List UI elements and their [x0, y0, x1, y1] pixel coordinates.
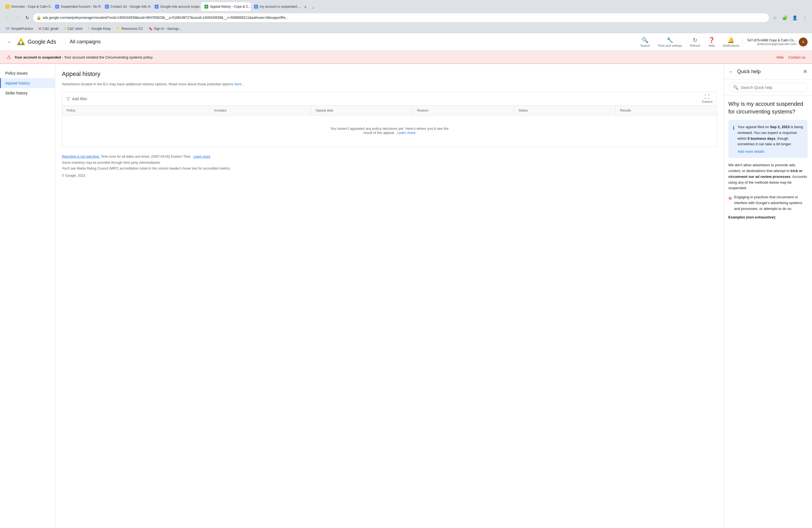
- page-title: All campaigns: [70, 39, 101, 45]
- tab-suspended[interactable]: G Suspended Account - No R... ✕: [52, 2, 102, 11]
- content-area: Appeal history Advertisers located in th…: [55, 64, 724, 528]
- tab-overflow-button[interactable]: ⌄: [309, 3, 317, 11]
- qh-header: ← Quick help ✕: [724, 64, 812, 79]
- tab-my-account[interactable]: G my account is suspended ... ✕: [251, 2, 301, 11]
- header-back-button[interactable]: ←: [4, 37, 14, 47]
- qh-search: 🔍: [724, 79, 812, 96]
- more-button[interactable]: ⋮: [801, 14, 809, 21]
- search-label: Search: [640, 44, 650, 47]
- account-phone: 547-870-0488 Cope & Calm Co...: [748, 39, 797, 42]
- account-info: 547-870-0488 Cope & Calm Co... amberyoun…: [748, 39, 797, 46]
- notifications-action[interactable]: 🔔 Notifications: [720, 35, 743, 48]
- bookmark-button[interactable]: ☆: [771, 14, 779, 21]
- suspension-message: Your account is suspended - Your account…: [14, 55, 777, 59]
- th-results: Results: [615, 106, 717, 115]
- th-includes: Includes: [209, 106, 311, 115]
- refresh-action[interactable]: ↻ Refresh: [686, 35, 704, 48]
- address-bar-row: ← → ↻ 🔒 ads.google.com/aw/policymanager/…: [0, 11, 812, 24]
- account-avatar[interactable]: A: [799, 38, 808, 46]
- content-footer: Reporting is not real-time. Time zone fo…: [62, 154, 717, 179]
- extension-puzzle-icon[interactable]: 🧩: [781, 14, 789, 21]
- expand-label: Expand: [702, 100, 712, 103]
- qh-search-icon: 🔍: [733, 85, 739, 90]
- reporting-not-realtime-link[interactable]: Reporting is not real-time.: [62, 155, 100, 159]
- suspension-banner: ⚠ Your account is suspended - Your accou…: [0, 51, 812, 64]
- copyright: © Google, 2023.: [62, 173, 717, 179]
- new-tab-button[interactable]: +: [302, 3, 309, 11]
- notifications-icon: 🔔: [727, 37, 735, 43]
- table-container: Policy Includes Appeal date Reason Statu…: [62, 106, 717, 147]
- qh-title: Quick help: [737, 69, 803, 75]
- expand-button[interactable]: ⛶ Expand: [702, 94, 712, 103]
- tab-google-ads-suspended[interactable]: G Google Ads account suspe... ✕: [151, 2, 201, 11]
- forward-button[interactable]: →: [13, 14, 21, 21]
- filter-funnel-icon: ▽: [67, 96, 70, 101]
- qh-body: Why is my account suspended for circumve…: [724, 96, 812, 528]
- hide-button[interactable]: Hide: [777, 55, 784, 59]
- sidebar-item-appeal-history[interactable]: Appeal history: [0, 78, 55, 88]
- tab-bar: A Overview - Cope & Calm C... ✕ G Suspen…: [0, 0, 812, 11]
- tab-overview[interactable]: A Overview - Cope & Calm C... ✕: [2, 2, 52, 11]
- qh-examples-header: Examples (non-exhaustive):: [728, 215, 808, 219]
- qh-error-icon: ⊗: [728, 195, 732, 202]
- expand-icon: ⛶: [705, 94, 710, 100]
- qh-back-button[interactable]: ←: [728, 69, 734, 75]
- add-filter-label[interactable]: Add filter: [72, 97, 87, 101]
- help-label: Help: [708, 44, 715, 47]
- tools-label: Tools and settings: [657, 44, 682, 47]
- mrc-text: You'll see Media Rating Council (MRC) ac…: [62, 166, 717, 172]
- eu-notice: Advertisers located in the EU may have a…: [62, 82, 717, 86]
- tab-appeal-history[interactable]: A Appeal history - Cope & C... ✕: [201, 2, 251, 11]
- back-button[interactable]: ←: [3, 14, 11, 21]
- suspension-warning-icon: ⚠: [6, 54, 11, 60]
- tools-action[interactable]: 🔧 Tools and settings: [654, 35, 685, 48]
- add-more-details-button[interactable]: Add more details: [737, 149, 803, 153]
- browser-chrome: A Overview - Cope & Calm C... ✕ G Suspen…: [0, 0, 812, 33]
- search-action[interactable]: 🔍 Search: [637, 35, 653, 48]
- quick-help-panel: ← Quick help ✕ 🔍 Why is my account suspe…: [724, 64, 812, 528]
- bookmark-simplepractice[interactable]: SP SimplePractice: [3, 26, 35, 31]
- th-appeal-date: Appeal date: [311, 106, 412, 115]
- filter-bar: ▽ Add filter ⛶ Expand: [62, 92, 717, 106]
- bookmark-sign-in-savings[interactable]: 🔖 Sign In - Savings...: [146, 26, 184, 31]
- tab-contact[interactable]: G Contact Us - Google Ads H... ✕: [102, 2, 151, 11]
- content-title: Appeal history: [62, 70, 717, 78]
- qh-description: We don't allow advertisers to promote ad…: [728, 162, 808, 191]
- header-divider: [65, 38, 65, 46]
- address-bar[interactable]: 🔒 ads.google.com/aw/policymanager/resubm…: [33, 13, 769, 22]
- qh-search-box: 🔍: [728, 83, 808, 92]
- qh-bullet-1: ⊗ Engaging in practices that circumvent …: [728, 194, 808, 211]
- empty-main-text: You haven't appealed any policy decision…: [67, 127, 712, 135]
- refresh-label: Refresh: [690, 44, 700, 47]
- sidebar-item-strike-history[interactable]: Strike history: [0, 88, 55, 98]
- bookmark-google-keep[interactable]: K Google Keep: [86, 26, 113, 31]
- learn-more-link[interactable]: Learn more: [397, 131, 416, 135]
- qh-close-button[interactable]: ✕: [803, 68, 808, 75]
- contact-us-button[interactable]: Contact us: [788, 55, 806, 59]
- bookmark-cc-drive[interactable]: D C&C drive: [62, 26, 85, 31]
- notifications-label: Notifications: [723, 44, 739, 47]
- reload-button[interactable]: ↻: [23, 14, 31, 21]
- profile-icon[interactable]: 👤: [791, 14, 799, 21]
- account-section: 547-870-0488 Cope & Calm Co... amberyoun…: [743, 38, 808, 46]
- qh-appeal-card: ℹ Your appeal filed on Sep 2, 2023 is be…: [728, 120, 808, 158]
- th-status: Status: [514, 106, 615, 115]
- table-empty-state: You haven't appealed any policy decision…: [62, 115, 717, 147]
- qh-info-icon: ℹ: [733, 125, 735, 153]
- th-policy: Policy: [62, 106, 209, 115]
- search-icon: 🔍: [642, 37, 649, 43]
- google-ads-logo-icon: [17, 38, 25, 46]
- th-reason: Reason: [412, 106, 514, 115]
- eu-here-link[interactable]: here: [234, 82, 242, 86]
- footer-learn-more-link[interactable]: Learn more: [193, 155, 210, 159]
- qh-search-input[interactable]: [741, 85, 803, 90]
- google-ads-app: ← Google Ads All campaigns 🔍 Search: [0, 33, 812, 528]
- sidebar: Policy issues Appeal history Strike hist…: [0, 64, 55, 528]
- lock-icon: 🔒: [37, 15, 41, 20]
- help-action[interactable]: ❓ Help: [705, 35, 719, 48]
- qh-appeal-text: Your appeal filed on Sep 2, 2023 is bein…: [737, 125, 803, 146]
- bookmark-resources-cc[interactable]: 📁 Resources CC: [114, 26, 145, 31]
- sidebar-item-policy-issues[interactable]: Policy issues: [0, 68, 55, 78]
- url-display: ads.google.com/aw/policymanager/resubmit…: [43, 16, 766, 19]
- bookmark-cc-gmail[interactable]: M C&C gmail: [37, 26, 60, 31]
